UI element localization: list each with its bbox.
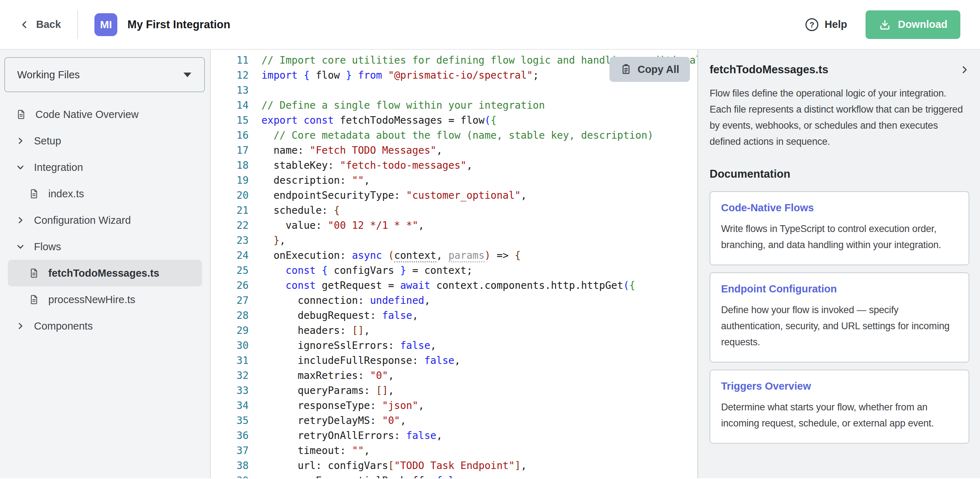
doc-card-body: Determine what starts your flow, whether… xyxy=(721,399,958,431)
code-line-39[interactable]: 39 useExponentialBackoff: false, xyxy=(211,473,697,478)
file-icon xyxy=(16,109,27,120)
sidebar-item-setup[interactable]: Setup xyxy=(0,128,210,154)
sidebar-item-label: Integration xyxy=(34,162,83,173)
chevron-right-icon xyxy=(16,216,25,225)
sidebar-item-index-ts[interactable]: index.ts xyxy=(0,181,210,207)
code-line-28[interactable]: 28 debugRequest: false, xyxy=(211,308,697,323)
download-label: Download xyxy=(898,19,947,30)
line-number: 39 xyxy=(211,473,248,478)
code-line-36[interactable]: 36 retryOnAllErrors: false, xyxy=(211,428,697,443)
code-line-21[interactable]: 21 schedule: { xyxy=(211,203,697,218)
sidebar-item-integration[interactable]: Integration xyxy=(0,154,210,181)
clipboard-icon xyxy=(620,63,632,75)
code-line-content: const { configVars } = context; xyxy=(261,263,473,278)
panel-collapse-chevron-icon[interactable] xyxy=(959,65,969,75)
doc-card-body: Define how your flow is invoked — specif… xyxy=(721,302,958,350)
line-number: 22 xyxy=(211,218,248,233)
doc-card-endpoint-configuration: Endpoint ConfigurationDefine how your fl… xyxy=(710,273,969,362)
working-files-select[interactable]: Working Files xyxy=(4,57,205,92)
code-line-content: onExecution: async (context, params) => … xyxy=(261,248,521,263)
sidebar-item-label: Code Native Overview xyxy=(35,109,139,121)
code-line-content: queryParams: [], xyxy=(261,383,394,398)
sidebar-item-fetchtodomessages-ts[interactable]: fetchTodoMessages.ts xyxy=(8,260,202,286)
file-icon xyxy=(29,189,39,199)
svg-text:?: ? xyxy=(810,20,814,29)
code-editor-pane[interactable]: 11// Import core utilities for defining … xyxy=(211,50,697,478)
code-line-23[interactable]: 23 }, xyxy=(211,233,697,248)
line-number: 26 xyxy=(211,278,248,293)
sidebar-item-processnewhire-ts[interactable]: processNewHire.ts xyxy=(0,286,210,313)
code-line-14[interactable]: 14// Define a single flow within your in… xyxy=(211,98,697,113)
chevron-down-icon xyxy=(16,242,25,251)
dropdown-caret-icon xyxy=(183,73,191,77)
code-line-content: stableKey: "fetch-todo-messages", xyxy=(261,158,473,173)
sidebar-item-components[interactable]: Components xyxy=(0,313,210,339)
code-line-25[interactable]: 25 const { configVars } = context; xyxy=(211,263,697,278)
doc-card-title[interactable]: Code-Native Flows xyxy=(721,202,958,214)
code-line-content: value: "00 12 */1 * *", xyxy=(261,218,424,233)
code-line-35[interactable]: 35 retryDelayMS: "0", xyxy=(211,413,697,428)
help-button[interactable]: ? Help xyxy=(805,17,847,32)
line-number: 29 xyxy=(211,323,248,338)
code-line-33[interactable]: 33 queryParams: [], xyxy=(211,383,697,398)
code-line-content: retryDelayMS: "0", xyxy=(261,413,406,428)
code-line-content: ignoreSslErrors: false, xyxy=(261,338,436,353)
code-line-content: url: configVars["TODO Task Endpoint"], xyxy=(261,458,527,473)
sidebar-item-label: Setup xyxy=(34,135,61,147)
code-line-13[interactable]: 13 xyxy=(211,83,697,98)
chevron-right-icon xyxy=(16,136,25,146)
line-number: 14 xyxy=(211,98,248,113)
file-icon xyxy=(29,268,39,278)
line-number: 37 xyxy=(211,443,248,458)
doc-card-title[interactable]: Endpoint Configuration xyxy=(721,283,958,295)
code-line-27[interactable]: 27 connection: undefined, xyxy=(211,293,697,308)
code-line-17[interactable]: 17 name: "Fetch TODO Messages", xyxy=(211,143,697,158)
line-number: 35 xyxy=(211,413,248,428)
line-number: 36 xyxy=(211,428,248,443)
sidebar-item-configuration-wizard[interactable]: Configuration Wizard xyxy=(0,207,210,233)
code-line-29[interactable]: 29 headers: [], xyxy=(211,323,697,338)
header-divider xyxy=(77,10,78,39)
line-number: 13 xyxy=(211,83,248,98)
code-line-24[interactable]: 24 onExecution: async (context, params) … xyxy=(211,248,697,263)
line-number: 20 xyxy=(211,188,248,203)
code-line-20[interactable]: 20 endpointSecurityType: "customer_optio… xyxy=(211,188,697,203)
copy-all-label: Copy All xyxy=(637,63,679,75)
code-line-38[interactable]: 38 url: configVars["TODO Task Endpoint"]… xyxy=(211,458,697,473)
code-line-32[interactable]: 32 maxRetries: "0", xyxy=(211,368,697,383)
line-number: 27 xyxy=(211,293,248,308)
back-chevron-icon xyxy=(20,20,30,30)
line-number: 15 xyxy=(211,113,248,128)
sidebar-item-code-native-overview[interactable]: Code Native Overview xyxy=(0,101,210,128)
app-header: Back MI My First Integration ? Help Down… xyxy=(0,0,980,50)
working-files-value: Working Files xyxy=(17,69,80,81)
code-line-15[interactable]: 15export const fetchTodoMessages = flow(… xyxy=(211,113,697,128)
code-line-16[interactable]: 16 // Core metadata about the flow (name… xyxy=(211,128,697,143)
sidebar-item-label: Components xyxy=(34,320,92,332)
code-line-31[interactable]: 31 includeFullResponse: false, xyxy=(211,353,697,368)
line-number: 11 xyxy=(211,53,248,68)
sidebar-item-flows[interactable]: Flows xyxy=(0,233,210,260)
doc-card-title[interactable]: Triggers Overview xyxy=(721,380,958,392)
code-line-content: export const fetchTodoMessages = flow({ xyxy=(261,113,496,128)
line-number: 33 xyxy=(211,383,248,398)
line-number: 19 xyxy=(211,173,248,188)
code-line-18[interactable]: 18 stableKey: "fetch-todo-messages", xyxy=(211,158,697,173)
download-button[interactable]: Download xyxy=(865,10,960,39)
line-number: 16 xyxy=(211,128,248,143)
code-line-22[interactable]: 22 value: "00 12 */1 * *", xyxy=(211,218,697,233)
code-line-content: }, xyxy=(261,233,285,248)
copy-all-button[interactable]: Copy All xyxy=(609,57,690,82)
panel-file-title: fetchTodoMessages.ts xyxy=(710,63,828,76)
sidebar-item-label: fetchTodoMessages.ts xyxy=(48,267,159,279)
code-line-37[interactable]: 37 timeout: "", xyxy=(211,443,697,458)
code-line-30[interactable]: 30 ignoreSslErrors: false, xyxy=(211,338,697,353)
code-line-content: maxRetries: "0", xyxy=(261,368,394,383)
code-line-content: headers: [], xyxy=(261,323,370,338)
code-line-content: debugRequest: false, xyxy=(261,308,418,323)
back-button[interactable]: Back xyxy=(20,19,61,30)
code-line-34[interactable]: 34 responseType: "json", xyxy=(211,398,697,413)
code-line-19[interactable]: 19 description: "", xyxy=(211,173,697,188)
back-label: Back xyxy=(36,19,61,30)
code-line-26[interactable]: 26 const getRequest = await context.comp… xyxy=(211,278,697,293)
